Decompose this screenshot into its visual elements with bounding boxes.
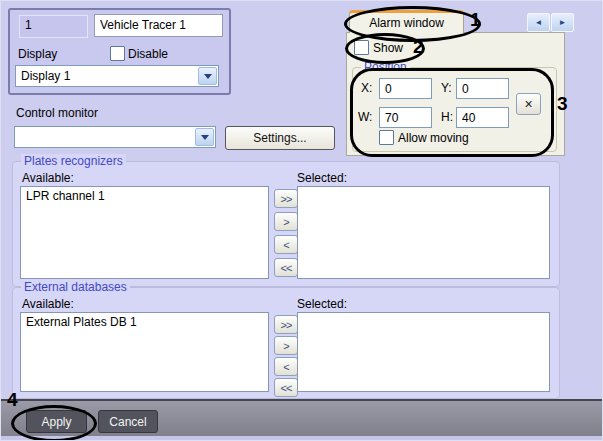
plates-available-label: Available: [22,171,74,185]
chevron-down-icon [204,74,212,83]
dialog-bottom-edge [1,436,603,441]
allow-moving-label: Allow moving [398,131,469,145]
chevron-down-icon [201,135,209,144]
list-item[interactable]: External Plates DB 1 [21,313,268,331]
plates-remove-button[interactable]: < [274,235,298,254]
allow-moving-checkbox[interactable] [379,130,394,145]
disable-checkbox-label: Disable [128,47,168,61]
tab-scroll-buttons: ◄ ► [527,13,574,32]
tab-alarm-window[interactable]: Alarm window [349,10,464,33]
y-label: Y: [441,81,452,95]
show-checkbox[interactable] [354,40,369,55]
position-group-title: Position [361,60,410,74]
list-item[interactable]: LPR channel 1 [21,187,268,205]
close-test-button[interactable]: × [516,93,541,115]
tab-scroll-left-button[interactable]: ◄ [527,13,550,32]
external-available-label: Available: [22,297,74,311]
vehicle-tracer-settings-dialog: 1 Vehicle Tracer 1 Display Disable Displ… [0,0,603,441]
footer-bar: Apply Cancel [1,399,603,436]
disable-checkbox[interactable] [110,46,125,61]
external-remove-all-button[interactable]: << [274,378,298,397]
h-input[interactable]: 40 [456,107,509,128]
external-add-all-button[interactable]: >> [274,315,298,334]
plates-available-list[interactable]: LPR channel 1 [20,186,269,279]
external-remove-button[interactable]: < [274,357,298,376]
settings-button[interactable]: Settings... [225,126,335,150]
display-select[interactable]: Display 1 [15,65,219,87]
plates-remove-all-button[interactable]: << [274,258,298,277]
plates-add-all-button[interactable]: >> [274,189,298,208]
plates-add-button[interactable]: > [274,212,298,231]
device-name-field[interactable]: Vehicle Tracer 1 [94,14,223,37]
control-monitor-select[interactable] [14,126,216,148]
alarm-window-panel: Show Position X: 0 Y: 0 W: 70 H: 40 × Al… [346,32,565,156]
plates-recognizers-group: Plates recognizers Available: LPR channe… [12,161,560,287]
display-select-value: Display 1 [21,69,70,83]
w-input[interactable]: 70 [379,107,432,128]
annotation-number-1: 1 [470,9,481,31]
left-arrow-icon: ◄ [535,18,543,27]
right-arrow-icon: ► [559,18,567,27]
position-group: Position X: 0 Y: 0 W: 70 H: 40 × Allow m… [352,67,557,152]
control-monitor-label: Control monitor [16,106,98,120]
control-monitor-dropdown-button[interactable] [195,128,214,146]
external-add-button[interactable]: > [274,336,298,355]
y-input[interactable]: 0 [456,78,509,99]
tab-scroll-right-button[interactable]: ► [551,13,574,32]
cancel-button[interactable]: Cancel [98,410,158,433]
display-label: Display [18,47,57,61]
w-label: W: [358,110,372,124]
x-input[interactable]: 0 [379,78,432,99]
external-databases-group: External databases Available: External P… [12,287,560,399]
show-checkbox-label: Show [373,41,403,55]
display-select-dropdown-button[interactable] [198,67,217,85]
apply-button[interactable]: Apply [26,410,87,433]
x-label: X: [361,81,372,95]
plates-selected-list[interactable] [297,186,550,279]
external-selected-label: Selected: [297,297,347,311]
device-id-field[interactable]: 1 [19,15,88,38]
external-selected-list[interactable] [297,312,550,392]
plates-selected-label: Selected: [297,171,347,185]
external-databases-title: External databases [21,280,130,294]
plates-recognizers-title: Plates recognizers [21,154,126,168]
h-label: H: [441,110,453,124]
device-panel: 1 Vehicle Tracer 1 Display Disable Displ… [8,8,231,95]
external-available-list[interactable]: External Plates DB 1 [20,312,269,392]
